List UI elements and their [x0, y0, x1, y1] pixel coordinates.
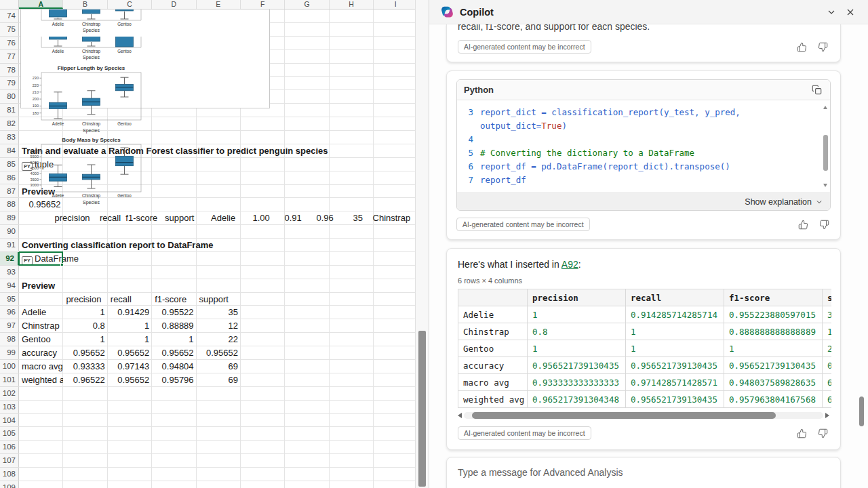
row-header-84[interactable]: 84 — [0, 144, 19, 158]
row-header-109[interactable]: 109 — [0, 481, 19, 488]
row-header-88[interactable]: 88 — [0, 198, 19, 211]
excel-scrollbar-thumb[interactable] — [418, 331, 426, 487]
cell-reference-link[interactable]: A92 — [561, 259, 578, 270]
row-header-98[interactable]: 98 — [0, 333, 19, 346]
column-header-E[interactable]: E — [197, 0, 241, 9]
row-header-103[interactable]: 103 — [0, 401, 19, 414]
row-header-81[interactable]: 81 — [0, 104, 19, 117]
cell-B97[interactable]: 0.8 — [63, 319, 107, 333]
cell-A99[interactable]: accuracy — [19, 346, 57, 360]
cell-E98[interactable]: 22 — [197, 333, 241, 346]
row-header-79[interactable]: 79 — [0, 77, 19, 90]
row-header-76[interactable]: 76 — [0, 37, 19, 50]
cell-D98[interactable]: 1 — [152, 333, 196, 346]
row-header-95[interactable]: 95 — [0, 293, 19, 306]
column-header-B[interactable]: B — [63, 0, 107, 9]
row-header-87[interactable]: 87 — [0, 185, 19, 199]
thumbs-down-button[interactable] — [818, 218, 831, 231]
cell-B95[interactable]: precision — [63, 293, 101, 306]
column-header-D[interactable]: D — [152, 0, 196, 9]
row-header-108[interactable]: 108 — [0, 468, 19, 481]
cell-E95[interactable]: support — [197, 293, 229, 306]
cell-A101[interactable]: weighted avg — [19, 373, 63, 387]
row-header-104[interactable]: 104 — [0, 414, 19, 428]
hscroll-thumb[interactable] — [472, 412, 776, 419]
row-header-92[interactable]: 92 — [0, 252, 19, 266]
row-header-106[interactable]: 106 — [0, 441, 19, 454]
panel-scrollbar-thumb[interactable] — [859, 396, 864, 426]
scroll-right-arrow-icon[interactable] — [825, 413, 829, 418]
cell-A96[interactable]: Adelie — [19, 306, 46, 319]
row-header-86[interactable]: 86 — [0, 171, 19, 185]
cell-E96[interactable]: 35 — [197, 306, 241, 319]
column-header-G[interactable]: G — [285, 0, 329, 9]
cell-B100[interactable]: 0.93333 — [63, 360, 107, 373]
close-panel-button[interactable] — [844, 5, 857, 19]
cell-E101[interactable]: 69 — [197, 373, 241, 387]
row-header-100[interactable]: 100 — [0, 360, 19, 373]
row-header-96[interactable]: 96 — [0, 306, 19, 319]
cell-B98[interactable]: 1 — [63, 333, 107, 346]
cell-B99[interactable]: 0.95652 — [63, 346, 107, 360]
cell-C100[interactable]: 0.97143 — [108, 360, 152, 373]
thumbs-down-button[interactable] — [816, 41, 829, 54]
row-header-107[interactable]: 107 — [0, 454, 19, 468]
cell-A91[interactable]: Converting classification report to Data… — [19, 239, 213, 252]
column-header-I[interactable]: I — [374, 0, 418, 9]
cell-A100[interactable]: macro avg — [19, 360, 63, 373]
cell-A94[interactable]: Preview — [19, 279, 55, 293]
cell-D100[interactable]: 0.94804 — [152, 360, 196, 373]
row-header-102[interactable]: 102 — [0, 387, 19, 401]
cell-D99[interactable]: 0.95652 — [152, 346, 196, 360]
cell-C98[interactable]: 1 — [108, 333, 152, 346]
row-header-77[interactable]: 77 — [0, 50, 19, 64]
copy-code-button[interactable] — [810, 83, 823, 96]
row-header-82[interactable]: 82 — [0, 117, 19, 131]
panel-scrollbar[interactable] — [859, 24, 865, 488]
code-scrollbar[interactable] — [823, 106, 828, 187]
cell-D101[interactable]: 0.95796 — [152, 373, 196, 387]
cell-C99[interactable]: 0.95652 — [108, 346, 152, 360]
column-header-A[interactable]: A — [19, 0, 63, 9]
row-header-85[interactable]: 85 — [0, 158, 19, 171]
cell-E100[interactable]: 69 — [197, 360, 241, 373]
row-header-94[interactable]: 94 — [0, 279, 19, 293]
row-header-80[interactable]: 80 — [0, 90, 19, 104]
thumbs-up-button[interactable] — [795, 41, 808, 54]
row-header-93[interactable]: 93 — [0, 266, 19, 279]
scroll-left-arrow-icon[interactable] — [458, 413, 462, 418]
row-header-83[interactable]: 83 — [0, 131, 19, 144]
cell-A92[interactable]: PYDataFrame — [19, 252, 79, 266]
thumbs-up-button[interactable] — [795, 427, 808, 440]
thumbs-down-button[interactable] — [816, 427, 829, 440]
cell-C96[interactable]: 0.91429 — [108, 306, 152, 319]
excel-vertical-scrollbar[interactable] — [415, 0, 429, 488]
cell-A89[interactable]: precision recall f1-score support Adelie… — [19, 211, 429, 225]
cell-C95[interactable]: recall — [108, 293, 132, 306]
thumbs-up-button[interactable] — [797, 218, 810, 231]
row-header-89[interactable]: 89 — [0, 211, 19, 225]
cell-C101[interactable]: 0.95652 — [108, 373, 152, 387]
select-all-corner[interactable] — [0, 0, 19, 9]
row-header-78[interactable]: 78 — [0, 64, 19, 77]
row-header-105[interactable]: 105 — [0, 427, 19, 441]
table-horizontal-scrollbar[interactable] — [458, 411, 829, 420]
cell-D97[interactable]: 0.88889 — [152, 319, 196, 333]
row-header-101[interactable]: 101 — [0, 373, 19, 387]
column-header-C[interactable]: C — [108, 0, 152, 9]
chat-input[interactable]: Type a message for Advanced Analysis — [446, 457, 841, 488]
row-header-99[interactable]: 99 — [0, 346, 19, 360]
cell-E99[interactable]: 0.95652 — [197, 346, 241, 360]
row-header-90[interactable]: 90 — [0, 225, 19, 239]
cell-A98[interactable]: Gentoo — [19, 333, 51, 346]
row-header-97[interactable]: 97 — [0, 319, 19, 333]
sheet-grid[interactable]: AdelieChinstrapGentooSpecies AdelieChins… — [19, 9, 415, 488]
cell-E97[interactable]: 12 — [197, 319, 241, 333]
collapse-panel-button[interactable] — [825, 5, 838, 19]
embedded-chart[interactable]: AdelieChinstrapGentooSpecies AdelieChins… — [20, 9, 270, 108]
cell-B96[interactable]: 1 — [63, 306, 107, 319]
row-header-91[interactable]: 91 — [0, 239, 19, 252]
column-header-F[interactable]: F — [241, 0, 285, 9]
column-header-H[interactable]: H — [330, 0, 374, 9]
show-explanation-button[interactable]: Show explanation — [457, 192, 830, 210]
